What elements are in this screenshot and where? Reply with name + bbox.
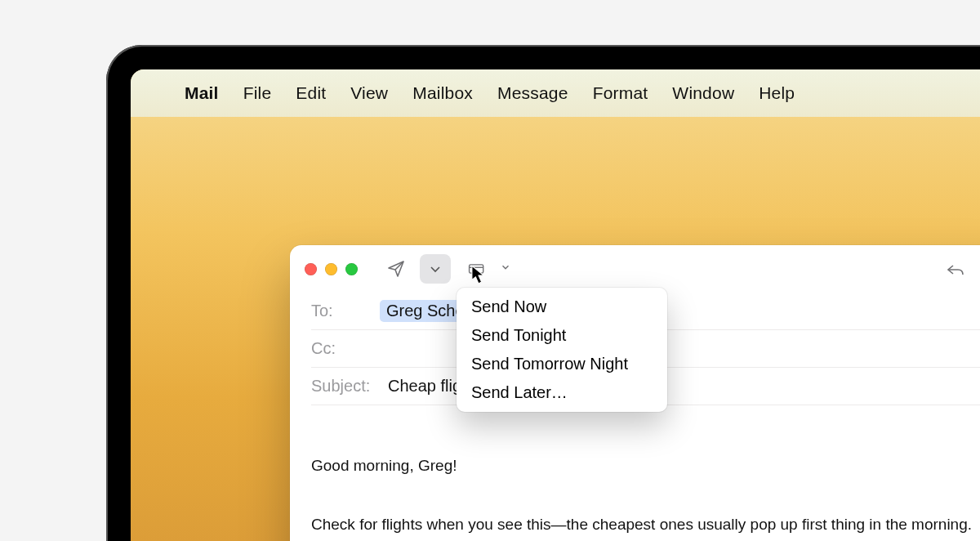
menubar-app-name[interactable]: Mail: [185, 83, 219, 103]
message-body[interactable]: Good morning, Greg! Check for flights wh…: [290, 405, 980, 541]
menu-mailbox[interactable]: Mailbox: [412, 83, 473, 103]
laptop-frame: Mail File Edit View Mailbox Message Form…: [106, 45, 980, 541]
paper-plane-icon: [386, 259, 406, 279]
body-line: Check for flights when you see this—the …: [311, 510, 980, 539]
send-later-dropdown-button[interactable]: [420, 254, 451, 284]
menu-item-send-later[interactable]: Send Later…: [457, 378, 667, 407]
menu-format[interactable]: Format: [593, 83, 648, 103]
body-line: Good morning, Greg!: [311, 451, 980, 481]
menu-item-send-now[interactable]: Send Now: [457, 293, 667, 321]
to-label: To:: [311, 302, 372, 320]
subject-label: Subject:: [311, 377, 380, 396]
desktop: Mail File Edit View Mailbox Message Form…: [131, 69, 980, 541]
menu-edit[interactable]: Edit: [296, 83, 326, 103]
subject-value[interactable]: Cheap flig: [388, 377, 461, 396]
cc-label: Cc:: [311, 339, 372, 358]
menu-message[interactable]: Message: [497, 83, 568, 103]
compose-titlebar: [290, 245, 980, 293]
menu-item-send-tonight[interactable]: Send Tonight: [457, 321, 667, 350]
reply-icon: [946, 259, 965, 279]
header-fields-button[interactable]: [459, 254, 495, 284]
reply-button[interactable]: [940, 254, 971, 284]
window-zoom-button[interactable]: [345, 263, 358, 275]
menu-view[interactable]: View: [350, 83, 388, 103]
window-controls: [305, 263, 358, 275]
send-later-menu: Send Now Send Tonight Send Tomorrow Nigh…: [457, 288, 667, 412]
svg-rect-0: [470, 265, 483, 273]
header-fields-caret-icon[interactable]: [500, 262, 511, 276]
menu-file[interactable]: File: [243, 83, 272, 103]
compose-window: To: Greg Scheer Cc: Subject: Cheap flig …: [290, 245, 980, 541]
menu-window[interactable]: Window: [672, 83, 734, 103]
menu-help[interactable]: Help: [759, 83, 795, 103]
chevron-down-icon: [425, 259, 445, 279]
window-minimize-button[interactable]: [325, 263, 337, 275]
send-button[interactable]: [381, 254, 412, 284]
macos-menubar: Mail File Edit View Mailbox Message Form…: [131, 69, 980, 117]
window-close-button[interactable]: [305, 263, 317, 275]
header-fields-icon: [467, 259, 487, 279]
menu-item-send-tomorrow-night[interactable]: Send Tomorrow Night: [457, 350, 667, 378]
